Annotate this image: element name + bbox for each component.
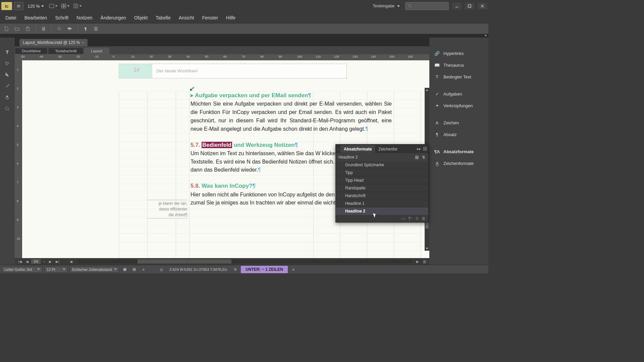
font-select[interactable]: Letter Gothic Std xyxy=(2,266,42,273)
style-list: Grundtext SpitzmarkeTippTipp HeadRandspa… xyxy=(336,161,428,215)
clear-overrides-icon[interactable]: ¶⁺ xyxy=(409,216,413,221)
ruler-horizontal: -50-40-30-20-100102030405060708090100110… xyxy=(22,54,429,60)
style-item[interactable]: Grundtext Spitzmarke xyxy=(336,161,428,169)
body-paragraph: Möchten Sie eine Aufgabe verpacken und d… xyxy=(191,100,392,133)
view-options-icon[interactable] xyxy=(73,2,82,10)
menu-schrift[interactable]: Schrift xyxy=(51,12,72,23)
style-item[interactable]: Headline 2 xyxy=(336,207,428,215)
menu-hilfe[interactable]: Hilfe xyxy=(222,12,239,23)
columns-icon[interactable]: ▦ xyxy=(121,266,128,273)
doc-tab[interactable]: Layout_Workflow.indd @ 125 % × xyxy=(19,39,88,46)
scroll-down-icon[interactable] xyxy=(426,248,428,249)
scroll-up-icon[interactable] xyxy=(426,89,428,91)
bridge-icon[interactable]: Br xyxy=(14,2,23,10)
menu-änderungen[interactable]: Änderungen xyxy=(97,12,130,23)
new-icon[interactable]: ⎘ xyxy=(416,216,418,221)
split-view-icon[interactable]: ▥ xyxy=(422,260,427,263)
copyfit-alert: UNTER: ~ 1 ZEILEN xyxy=(241,266,288,273)
style-item[interactable]: Handschrift xyxy=(336,192,428,200)
pilcrow-icon[interactable]: ¶ xyxy=(81,25,91,33)
view-tab-druckfahne[interactable]: Druckfahne xyxy=(15,48,48,54)
status-bar: Letter Gothic Std 12 Pt Einfacher Zeilen… xyxy=(0,265,488,274)
close-button[interactable] xyxy=(478,3,487,9)
leading-select[interactable]: Einfacher Zeilenabstand xyxy=(70,266,119,273)
position-tool[interactable] xyxy=(2,70,12,79)
style-item[interactable]: Headline 1 xyxy=(336,200,428,207)
spellcheck-icon[interactable]: abc xyxy=(65,25,75,33)
clear-override-icon[interactable]: ↯ xyxy=(422,155,426,160)
panel-strip: ∷ xyxy=(0,34,488,38)
separator xyxy=(51,25,52,32)
type-tool[interactable]: T xyxy=(2,48,12,56)
panel-tab-absatzformate[interactable]: Absatzformate xyxy=(340,145,375,153)
last-page-icon[interactable]: ▶| xyxy=(54,260,61,263)
note-tool[interactable] xyxy=(2,59,12,68)
panel-tab-zeichenformate[interactable]: Zeichenfor xyxy=(375,145,401,153)
maximize-button[interactable] xyxy=(465,3,474,9)
hscroll-left-icon[interactable]: ◀ xyxy=(68,260,74,263)
current-style: Headline 2 xyxy=(338,155,358,160)
search-input[interactable] xyxy=(405,2,449,10)
svg-rect-16 xyxy=(43,29,44,31)
next-page-icon[interactable]: ▶ xyxy=(48,260,53,263)
eyedropper-tool[interactable] xyxy=(2,82,12,90)
svg-text:T: T xyxy=(6,50,9,55)
panel-button-hyperlinks[interactable]: 🔗Hyperlinks xyxy=(429,48,488,59)
collapse-icon[interactable]: ▸▸ xyxy=(417,146,421,151)
arrange-docs-icon[interactable] xyxy=(61,2,69,10)
menu-fenster[interactable]: Fenster xyxy=(198,12,222,23)
toolbar-menu-icon[interactable] xyxy=(94,27,99,31)
view-tab-textabschnitt[interactable]: Textabschnitt xyxy=(48,48,84,54)
menu-notizen[interactable]: Notizen xyxy=(72,12,96,23)
folder-icon[interactable]: ▭ xyxy=(401,216,405,221)
style-item[interactable]: Tipp Head xyxy=(336,177,428,184)
menu-ansicht[interactable]: Ansicht xyxy=(175,12,198,23)
panel-button-absatz[interactable]: ¶Absatz xyxy=(429,129,488,140)
first-page-icon[interactable]: |◀ xyxy=(17,260,23,263)
zoom-select[interactable]: 125 % xyxy=(25,3,46,9)
print-icon[interactable] xyxy=(39,25,49,33)
panel-button-bedingter text[interactable]: TBedingter Text xyxy=(429,71,488,83)
menu-datei[interactable]: Datei xyxy=(1,12,20,23)
new-doc-icon[interactable] xyxy=(1,25,11,33)
fit-icon[interactable]: ⇲ xyxy=(231,266,239,273)
panel-button-verknüpfungen[interactable]: ⚭Verknüpfungen xyxy=(429,100,488,112)
prev-page-icon[interactable]: ◀ xyxy=(24,260,30,263)
panel-button-absatzformate[interactable]: ¶AAbsatzformate xyxy=(429,146,488,158)
scroll-thumb[interactable] xyxy=(138,259,231,263)
svg-rect-1 xyxy=(61,4,63,6)
hscroll-right-icon[interactable]: ▶ xyxy=(415,260,420,263)
find-icon[interactable] xyxy=(54,25,64,33)
zoom-tool[interactable] xyxy=(2,105,12,113)
align-icon[interactable]: ▤ xyxy=(130,266,138,273)
justify-icon[interactable]: ≡ xyxy=(140,266,147,273)
style-item[interactable]: Randspalte xyxy=(336,184,428,192)
panel-menu-icon[interactable] xyxy=(423,147,427,150)
panel-button-aufgaben[interactable]: ✓Aufgaben xyxy=(429,88,488,100)
workspace-select[interactable]: Texteingabe xyxy=(369,2,403,10)
view-tab-layout[interactable]: Layout xyxy=(84,48,109,54)
size-select[interactable]: 12 Pt xyxy=(44,266,68,273)
new-style-icon[interactable]: ⊞ xyxy=(415,155,419,160)
header-frame xyxy=(119,64,347,78)
open-icon[interactable] xyxy=(12,25,22,33)
style-item[interactable]: Tipp xyxy=(336,169,428,177)
screen-mode-icon[interactable] xyxy=(49,2,57,10)
menu-icon[interactable]: ≡ xyxy=(290,266,297,273)
minimize-button[interactable] xyxy=(452,3,462,9)
panel-button-zeichenformate[interactable]: A̲Zeichenformate xyxy=(429,158,488,169)
menu-bearbeiten[interactable]: Bearbeiten xyxy=(20,12,51,23)
trash-icon[interactable]: 🗑 xyxy=(422,216,426,221)
chevron-down-icon[interactable]: ▾ xyxy=(42,260,46,263)
hand-tool[interactable] xyxy=(2,93,12,102)
panel-button-zeichen[interactable]: AZeichen xyxy=(429,117,488,129)
save-icon[interactable] xyxy=(23,25,33,33)
menu-tabelle[interactable]: Tabelle xyxy=(152,12,174,23)
menu-objekt[interactable]: Objekt xyxy=(130,12,152,23)
page-number[interactable]: 24 xyxy=(31,259,41,264)
close-icon[interactable]: × xyxy=(82,41,84,45)
separator xyxy=(78,25,78,32)
panel-button-thesaurus[interactable]: 📖Thesaurus xyxy=(429,59,488,71)
horizontal-scrollbar[interactable] xyxy=(77,259,412,263)
panel-grip-icon[interactable]: ∷ xyxy=(337,147,339,151)
